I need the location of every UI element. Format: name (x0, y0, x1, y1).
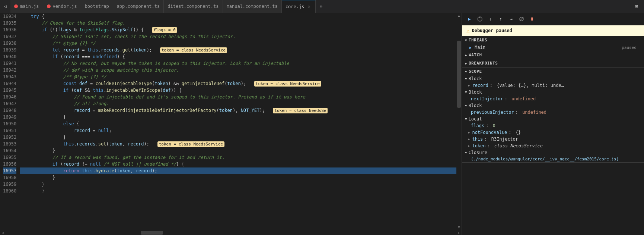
line-num: 16945 (3, 87, 16, 94)
tab-main-js[interactable]: main.js (10, 0, 43, 13)
flags-item: flags : 0 (462, 122, 644, 129)
thread-status: paused (622, 45, 637, 50)
block2-header[interactable]: ▼ Block (462, 89, 644, 95)
breakpoints-chevron: ▶ (465, 62, 467, 65)
local-label: Local (468, 116, 482, 122)
close-tab-button[interactable]: ✕ (306, 4, 312, 9)
block1-label: Block (468, 76, 482, 81)
next-injector-item: nextInjector : undefined (462, 95, 644, 102)
this-expand[interactable]: ▶ this : R3Injector (462, 136, 644, 142)
debugger-paused-text: Debugger paused (472, 28, 512, 33)
editor-area: 16934 16935 16936 16937 16938 16939 1694… (0, 13, 462, 235)
scrollbar-thumb[interactable] (457, 41, 461, 108)
line-num: 16947 (3, 100, 16, 107)
code-line-16946: // Found an injectable def and it's scop… (20, 94, 456, 100)
tab-ditest-component[interactable]: ditest.component.ts (164, 0, 223, 13)
token-value: class NeedsService (494, 143, 542, 148)
threads-section: ▼ Threads ▶ Main paused (462, 36, 644, 51)
error-indicator (14, 4, 18, 8)
block2-chevron: ▼ (465, 90, 467, 94)
horizontal-scrollbar-track[interactable] (5, 230, 456, 235)
token-expand[interactable]: ▶ token : class NeedsService (462, 142, 644, 149)
tab-core-js[interactable]: core.js ✕ (282, 0, 316, 13)
block3-header[interactable]: ▼ Block (462, 102, 644, 109)
code-line-16951: record = null; (20, 127, 456, 134)
scroll-down-button[interactable]: ▼ (456, 225, 462, 230)
threads-header[interactable]: ▼ Threads (462, 36, 644, 44)
step-into-button[interactable]: ↓ (486, 15, 495, 24)
line-num: 16935 (3, 20, 16, 26)
tab-vendor-js[interactable]: vendor.js (43, 0, 81, 13)
breakpoints-section: ▶ Breakpoints (462, 59, 644, 68)
code-line-16936: if (!(flags & InjectFlags.SkipSelf)) { f… (20, 26, 456, 33)
closure-path-item: (./node_modules/@angular/core/__ivy_ngcc… (462, 156, 644, 162)
tab-overflow-button[interactable]: » (316, 0, 326, 13)
line-num: 16937 (3, 33, 16, 40)
code-line-16956: if (record != null /* NOT null || undefi… (20, 161, 456, 167)
code-line-16949: } (20, 114, 456, 120)
code-line-16942: // def with a scope matching this inject… (20, 67, 456, 73)
tab-app-component[interactable]: app.component.ts (113, 0, 164, 13)
threads-chevron: ▼ (465, 38, 467, 42)
not-found-expand[interactable]: ▶ notFoundValue : {} (462, 129, 644, 136)
continue-button[interactable]: ⇥ (507, 15, 516, 24)
this-value: R3Injector (491, 137, 518, 142)
line-num: 16949 (3, 114, 16, 120)
scope-panel[interactable]: ▼ Threads ▶ Main paused ▶ Watch (462, 36, 644, 235)
tab-list: ◁ main.js vendor.js bootstrap app.compon… (0, 0, 629, 13)
token-key: token (472, 143, 485, 148)
scrollbar-track[interactable] (456, 18, 462, 225)
line-num: 16956 (3, 161, 16, 167)
closure-label: Closure (468, 150, 487, 155)
record-expand[interactable]: ▶ record : {value: {…}, multi: unde… (462, 82, 644, 89)
code-line-16937: // SkipSelf isn't set, check if the reco… (20, 33, 456, 40)
tab-manual-component[interactable]: manual.component.ts (223, 0, 282, 13)
block1-header[interactable]: ▼ Block (462, 75, 644, 82)
local-header[interactable]: ▼ Local (462, 116, 644, 122)
step-out-button[interactable]: ↑ (496, 15, 505, 24)
code-line-16940: if (record === undefined) { (20, 53, 456, 60)
code-line-16944: const def = couldBeInjectableType(token)… (20, 80, 456, 87)
closure-header[interactable]: ▼ Closure (462, 149, 644, 156)
code-lines[interactable]: try { // Check for the SkipSelf flag. if… (20, 13, 456, 230)
breakpoints-header[interactable]: ▶ Breakpoints (462, 59, 644, 67)
closure-path: (./node_modules/@angular/core/__ivy_ngcc… (471, 157, 619, 162)
tab-label: vendor.js (53, 4, 77, 9)
horizontal-scrollbar-thumb[interactable] (141, 231, 163, 235)
horizontal-scrollbar[interactable]: ◄ ► (0, 230, 462, 235)
debugger-panel: ▶ ↓ ↑ ⇥ ⏸ ⚠ Debugger paused (462, 13, 644, 235)
scope-section: ▼ Scope ▼ Block ▶ record : {value: {…}, … (462, 68, 644, 163)
pause-button[interactable]: ⏸ (527, 15, 536, 24)
line-num: 16936 (3, 26, 16, 33)
next-injector-value: undefined (511, 96, 536, 101)
scroll-right-button[interactable]: ► (456, 230, 462, 235)
code-line-16954: } (20, 147, 456, 154)
scope-header[interactable]: ▼ Scope (462, 68, 644, 75)
line-num: 16940 (3, 53, 16, 60)
block2-label: Block (468, 90, 482, 95)
code-line-16955: // If a record was found, get the instan… (20, 154, 456, 161)
closure-chevron: ▼ (465, 151, 467, 154)
editor-actions: ⊟ (629, 2, 644, 11)
scroll-left-button[interactable]: ◄ (0, 230, 5, 235)
code-line-16957: return this.hydrate(token, record); (20, 167, 456, 174)
main-thread-item[interactable]: ▶ Main paused (462, 44, 644, 51)
code-line-16939: let record = this.records.get(token); to… (20, 47, 456, 53)
tab-bar: ◁ main.js vendor.js bootstrap app.compon… (0, 0, 644, 13)
resume-button[interactable]: ▶ (465, 15, 474, 24)
record-key: record (472, 83, 488, 88)
step-over-button[interactable] (475, 15, 484, 24)
not-found-value: {} (516, 130, 521, 135)
tab-label: ditest.component.ts (168, 4, 219, 9)
collapse-panel-button[interactable]: ◁ (0, 0, 10, 13)
scroll-up-button[interactable]: ▲ (456, 13, 462, 18)
tab-bootstrap[interactable]: bootstrap (81, 0, 113, 13)
tab-label: app.component.ts (117, 4, 160, 9)
split-editor-button[interactable]: ⊟ (632, 2, 641, 11)
line-num: 16934 (3, 13, 16, 20)
line-num: 16942 (3, 67, 16, 73)
vertical-scrollbar[interactable]: ▲ ▼ (456, 13, 462, 230)
deactivate-breakpoints-button[interactable] (517, 15, 526, 24)
watch-header[interactable]: ▶ Watch (462, 51, 644, 59)
thread-arrow-icon: ▶ (469, 46, 472, 50)
